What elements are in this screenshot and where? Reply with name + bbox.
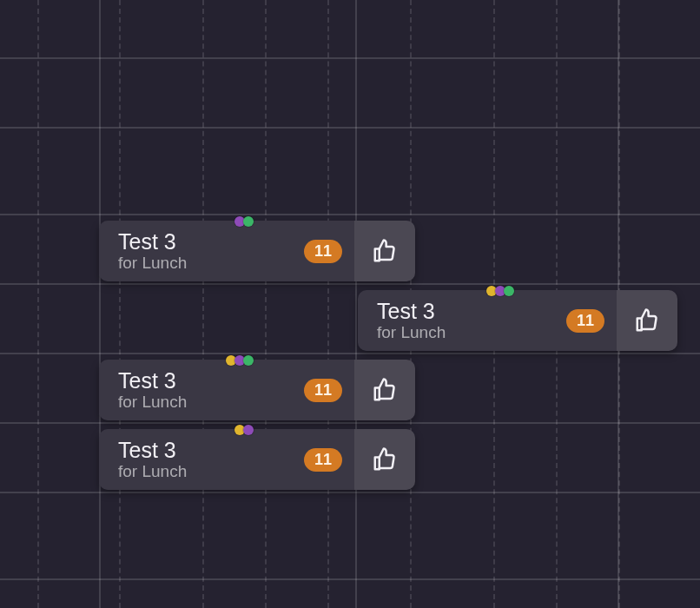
tag-dot-green xyxy=(504,286,514,296)
card-count-badge: 11 xyxy=(566,309,604,333)
card-text: Test 3for Lunch xyxy=(118,438,187,482)
card-body[interactable]: Test 3for Lunch11 xyxy=(99,221,354,281)
card-count-badge: 11 xyxy=(304,240,342,263)
card-tag-dots xyxy=(236,425,254,435)
card-subtitle: for Lunch xyxy=(118,462,187,481)
thumbs-up-icon xyxy=(372,238,398,264)
card-title: Test 3 xyxy=(118,438,187,463)
card-body[interactable]: Test 3for Lunch11 xyxy=(358,290,617,351)
tag-dot-green xyxy=(243,355,254,366)
card-text: Test 3for Lunch xyxy=(118,368,187,413)
thumbs-up-icon xyxy=(372,446,398,473)
card-subtitle: for Lunch xyxy=(377,323,446,342)
tag-dot-purple xyxy=(243,425,254,435)
thumbs-up-icon xyxy=(372,377,398,403)
schedule-card[interactable]: Test 3for Lunch11 xyxy=(99,360,415,420)
cards-layer: Test 3for Lunch11Test 3for Lunch11Test 3… xyxy=(0,0,700,608)
card-body[interactable]: Test 3for Lunch11 xyxy=(99,429,354,490)
card-title: Test 3 xyxy=(377,299,446,324)
tag-dot-green xyxy=(243,216,254,227)
card-subtitle: for Lunch xyxy=(118,393,187,412)
schedule-card[interactable]: Test 3for Lunch11 xyxy=(99,221,415,281)
card-subtitle: for Lunch xyxy=(118,254,187,273)
like-button[interactable] xyxy=(354,429,415,490)
card-tag-dots xyxy=(228,355,254,366)
schedule-card[interactable]: Test 3for Lunch11 xyxy=(99,429,415,490)
card-title: Test 3 xyxy=(118,368,187,393)
card-text: Test 3for Lunch xyxy=(118,229,187,274)
card-body[interactable]: Test 3for Lunch11 xyxy=(99,360,354,420)
like-button[interactable] xyxy=(617,290,677,351)
card-tag-dots xyxy=(236,216,254,227)
card-tag-dots xyxy=(488,286,514,296)
like-button[interactable] xyxy=(354,360,415,420)
card-text: Test 3for Lunch xyxy=(377,299,446,343)
card-count-badge: 11 xyxy=(304,448,342,472)
schedule-card[interactable]: Test 3for Lunch11 xyxy=(358,290,677,351)
card-title: Test 3 xyxy=(118,229,187,254)
thumbs-up-icon xyxy=(634,307,660,334)
like-button[interactable] xyxy=(354,221,415,281)
card-count-badge: 11 xyxy=(304,379,342,402)
